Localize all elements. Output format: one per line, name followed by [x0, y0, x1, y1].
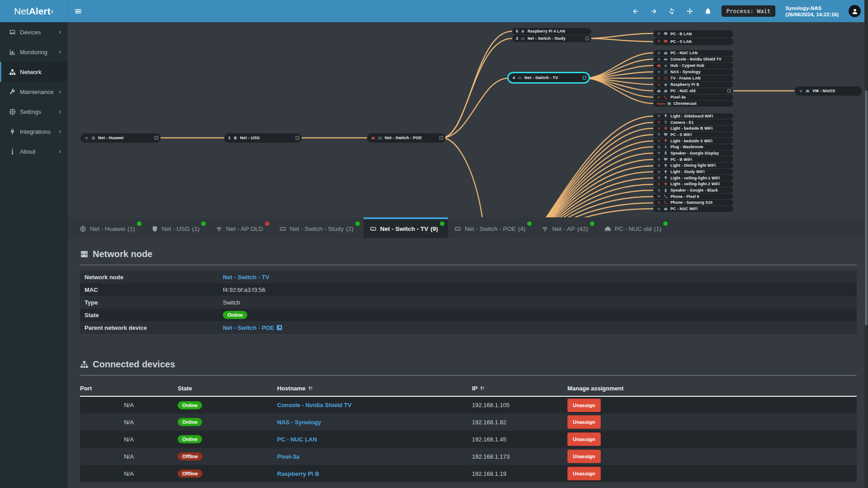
sidebar-item-devices[interactable]: Devices	[0, 22, 68, 42]
tree-row-net-switch-study[interactable]: 3Net - Switch - Study	[512, 35, 591, 42]
sidebar-item-about[interactable]: About	[0, 141, 68, 161]
node-net-huawei[interactable]: Net - Huawei	[80, 133, 160, 142]
node-label: Net - Switch - POE	[385, 136, 422, 140]
collapse-toggle[interactable]	[296, 136, 299, 140]
sort-icon[interactable]	[307, 385, 313, 391]
node-label: Phone - Samsung S10	[670, 200, 712, 205]
tree-row-speaker-google-black[interactable]: Speaker - Google - Black	[653, 188, 733, 193]
node-vm-nixos[interactable]: VM - NixOS	[795, 86, 862, 95]
tree-row-plug-washroom[interactable]: Plug - Washroom	[653, 144, 733, 150]
unassign-button[interactable]: Unassign	[567, 415, 601, 429]
state-badge-offline: Offline	[178, 452, 203, 460]
sync-icon[interactable]	[668, 8, 675, 15]
sidebar-item-network[interactable]: Network	[0, 62, 68, 82]
chevron-left-icon	[57, 89, 62, 94]
tab-net-switch-study[interactable]: Net - Switch - Study(2)	[273, 217, 363, 238]
tree-row-pc-nuc-lan[interactable]: PC - NUC LAN	[653, 50, 733, 56]
page-scrollbar-thumb[interactable]	[865, 90, 868, 325]
tree-row-raspberry-pi-4-lan[interactable]: 5Raspberry Pi 4 LAN	[512, 28, 591, 35]
unassign-button[interactable]: Unassign	[567, 467, 601, 480]
tree-row-pc-s-wifi[interactable]: PC - S WiFi	[653, 132, 733, 138]
sort-icon[interactable]	[479, 385, 485, 391]
detail-link-net-switch-tv[interactable]: Net - Switch - TV	[223, 274, 269, 281]
tree-row-light-ceiling-light-1-wifi[interactable]: Light - ceiling-light-1 WiFi	[653, 175, 733, 181]
collapse-toggle[interactable]	[585, 37, 589, 40]
detail-link-net-switch-poe[interactable]: Net - Switch - POE	[223, 324, 274, 331]
sidebar-item-monitoring[interactable]: Monitoring	[0, 42, 68, 62]
tree-row-speaker-google-display[interactable]: Speaker - Google Display	[653, 150, 733, 156]
arrow-right-icon[interactable]	[650, 8, 657, 15]
unassign-button[interactable]: Unassign	[567, 399, 601, 412]
wifi-icon	[657, 83, 661, 87]
tree-row-phone-samsung-s10[interactable]: Phone - Samsung S10	[653, 200, 733, 206]
tree-row-nas-synology[interactable]: NAS - Synology	[653, 69, 733, 75]
node-net-switch-poe[interactable]: Net - Switch - POE	[367, 133, 445, 142]
bulb-icon	[664, 127, 668, 131]
detail-value: Switch	[223, 299, 240, 306]
tab-net-huawei[interactable]: Net - Huawei(1)	[73, 217, 145, 238]
tab-net-ap[interactable]: Net - AP(42)	[535, 217, 598, 238]
tree-row-console-nvidia-shield-tv[interactable]: Console - Nvidia Shield TV	[653, 56, 733, 62]
laptop-icon	[9, 29, 16, 36]
tree-row-pc-b-lan[interactable]: PC - B LAN	[653, 30, 733, 38]
tree-row-light-bedside-s-wifi[interactable]: Light - bedside S WiFi	[653, 138, 733, 144]
tree-row-pixel-3a[interactable]: Pixel-3a	[653, 94, 733, 100]
tree-row-pc-s-lan[interactable]: PC - S LAN	[653, 38, 733, 45]
column-header-label: State	[178, 385, 192, 392]
tab-label: Net - Switch - TV	[380, 225, 429, 232]
tree-row-pc-nuc-wifi[interactable]: PC - NUC WiFi	[653, 206, 733, 212]
tree-row-camera-e1[interactable]: Camera - E1	[653, 119, 733, 125]
column-header-ip[interactable]: IP	[472, 381, 567, 396]
unassign-button[interactable]: Unassign	[567, 450, 601, 463]
tab-count: (4)	[518, 225, 526, 232]
arrow-left-icon[interactable]	[632, 8, 639, 15]
hostname-link[interactable]: NAS - Synology	[277, 419, 321, 426]
hostname-link[interactable]: Console - Nvidia Shield TV	[277, 402, 352, 408]
external-link-icon	[276, 324, 283, 331]
tab-net-usg[interactable]: Net - USG(1)	[145, 217, 210, 238]
collapse-toggle[interactable]	[583, 76, 586, 80]
tab-net-switch-tv[interactable]: Net - Switch - TV(9)	[363, 217, 448, 238]
state-badge-online: Online	[178, 401, 202, 409]
menu-icon[interactable]	[68, 0, 89, 22]
sidebar-item-maintenance[interactable]: Maintenance	[0, 82, 68, 102]
tab-net-ap-old[interactable]: Net - AP OLD	[209, 217, 273, 238]
ethernet-icon	[657, 64, 661, 68]
tree-row-light-dining-light-wifi[interactable]: Light - Dining light WiFi	[653, 163, 733, 169]
tab-pc-nuc-old[interactable]: PC - NUC old(1)	[598, 217, 671, 238]
tree-row-raspberry-pi-b[interactable]: Raspberry Pi B	[653, 82, 733, 88]
hostname-link[interactable]: PC - NUC LAN	[277, 436, 317, 443]
sidebar-item-settings[interactable]: Settings	[0, 102, 68, 122]
device-port: N/A	[80, 465, 178, 482]
unassign-button[interactable]: Unassign	[567, 432, 601, 446]
column-header-hostname[interactable]: Hostname	[277, 381, 472, 396]
user-avatar[interactable]	[849, 5, 861, 17]
device-row-pixel-3a: N/AOfflinePixel-3a192.168.1.173Unassign	[80, 448, 857, 465]
tree-row-pc-b-wifi[interactable]: PC - B WiFi	[653, 156, 733, 162]
collapse-toggle[interactable]	[155, 136, 158, 140]
collapse-toggle[interactable]	[727, 89, 731, 93]
sidebar-item-integrations[interactable]: Integrations	[0, 122, 68, 141]
node-net-switch-tv[interactable]: 4Net - Switch - TV	[509, 73, 589, 82]
bell-icon[interactable]	[704, 8, 712, 15]
tab-net-switch-poe[interactable]: Net - Switch - POE(4)	[448, 217, 536, 238]
globe-icon	[80, 225, 86, 232]
move-icon[interactable]	[686, 8, 693, 15]
collapse-toggle[interactable]	[439, 136, 443, 140]
ethernet-icon	[657, 89, 661, 93]
tree-row-light-sideboard-wifi[interactable]: Light - Sideboard WiFi	[653, 113, 733, 119]
tree-row-tv-frame-lan[interactable]: TV - Frame LAN	[653, 75, 733, 81]
hostname-link[interactable]: Raspberry Pi B	[277, 470, 319, 477]
hostname-link[interactable]: Pixel-3a	[277, 453, 299, 460]
tree-row-light-bedside-b-wifi[interactable]: Light - bedside B WiFi	[653, 126, 733, 131]
tree-row-pc-nuc-old[interactable]: PC - NUC old	[653, 88, 733, 94]
network-topology-canvas[interactable]: Net - Huawei1Net - USGNet - Switch - POE…	[68, 22, 868, 217]
tree-row-hub-cygnet-hub[interactable]: Hub - Cygnet Hub	[653, 63, 733, 69]
external-link-icon[interactable]	[276, 324, 283, 331]
app-logo[interactable]: NetAlertx	[0, 0, 68, 22]
tree-row-light-ceiling-light-2-wifi[interactable]: Light - ceiling-light-2 WiFi	[653, 181, 733, 187]
tree-row-phone-pixel-6[interactable]: Phone - Pixel 6	[653, 193, 733, 199]
node-net-usg[interactable]: 1Net - USG	[224, 133, 302, 142]
tree-row-chromecast[interactable]: NoneChromecast	[653, 101, 733, 107]
tree-row-light-study-wifi[interactable]: Light - Study WiFi	[653, 169, 733, 175]
